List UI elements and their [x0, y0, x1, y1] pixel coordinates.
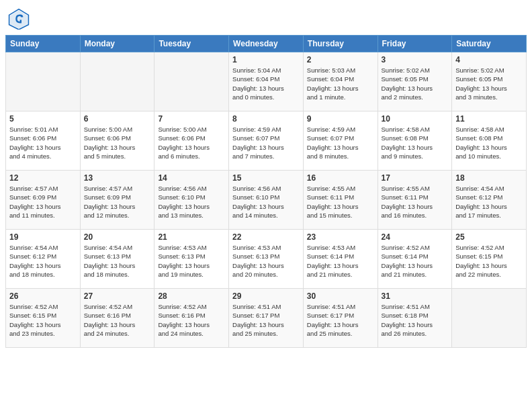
day-number: 29 [232, 291, 300, 301]
calendar-cell: 9Sunrise: 4:59 AM Sunset: 6:07 PM Daylig… [303, 111, 378, 171]
day-info: Sunrise: 5:04 AM Sunset: 6:04 PM Dayligh… [232, 66, 300, 101]
week-row-3: 12Sunrise: 4:57 AM Sunset: 6:09 PM Dayli… [6, 171, 527, 230]
day-info: Sunrise: 4:57 AM Sunset: 6:09 PM Dayligh… [9, 184, 77, 220]
day-number: 26 [9, 291, 77, 301]
day-number: 18 [455, 173, 523, 183]
day-info: Sunrise: 4:52 AM Sunset: 6:14 PM Dayligh… [382, 243, 449, 279]
calendar-cell: 19Sunrise: 4:54 AM Sunset: 6:12 PM Dayli… [6, 230, 81, 289]
calendar-cell: 16Sunrise: 4:55 AM Sunset: 6:11 PM Dayli… [303, 171, 378, 230]
day-info: Sunrise: 4:53 AM Sunset: 6:13 PM Dayligh… [158, 243, 225, 279]
day-number: 11 [455, 114, 523, 124]
day-header-wednesday: Wednesday [229, 36, 304, 52]
day-info: Sunrise: 5:03 AM Sunset: 6:04 PM Dayligh… [307, 66, 374, 101]
day-number: 30 [307, 291, 374, 301]
calendar-cell: 21Sunrise: 4:53 AM Sunset: 6:13 PM Dayli… [154, 230, 229, 289]
day-info: Sunrise: 4:53 AM Sunset: 6:14 PM Dayligh… [307, 243, 374, 279]
calendar-cell: 25Sunrise: 4:52 AM Sunset: 6:15 PM Dayli… [452, 230, 527, 289]
day-info: Sunrise: 4:52 AM Sunset: 6:15 PM Dayligh… [455, 243, 523, 279]
day-number: 1 [232, 55, 300, 64]
day-info: Sunrise: 4:54 AM Sunset: 6:12 PM Dayligh… [455, 184, 523, 220]
day-info: Sunrise: 4:54 AM Sunset: 6:13 PM Dayligh… [84, 243, 151, 279]
day-header-friday: Friday [378, 36, 452, 52]
day-number: 28 [158, 291, 225, 301]
calendar-cell: 31Sunrise: 4:51 AM Sunset: 6:18 PM Dayli… [378, 289, 452, 348]
calendar-cell: 8Sunrise: 4:59 AM Sunset: 6:07 PM Daylig… [229, 111, 304, 171]
calendar-cell: 13Sunrise: 4:57 AM Sunset: 6:09 PM Dayli… [80, 171, 154, 230]
day-info: Sunrise: 4:59 AM Sunset: 6:07 PM Dayligh… [232, 125, 300, 161]
day-info: Sunrise: 5:00 AM Sunset: 6:06 PM Dayligh… [158, 125, 225, 161]
day-info: Sunrise: 5:00 AM Sunset: 6:06 PM Dayligh… [84, 125, 151, 161]
day-header-tuesday: Tuesday [154, 36, 229, 52]
day-info: Sunrise: 4:55 AM Sunset: 6:11 PM Dayligh… [307, 184, 374, 220]
logo-icon [8, 8, 30, 30]
day-number: 17 [382, 173, 449, 183]
calendar-cell: 12Sunrise: 4:57 AM Sunset: 6:09 PM Dayli… [6, 171, 81, 230]
day-number: 9 [307, 114, 374, 124]
week-row-2: 5Sunrise: 5:01 AM Sunset: 6:06 PM Daylig… [6, 111, 527, 171]
calendar-cell: 23Sunrise: 4:53 AM Sunset: 6:14 PM Dayli… [303, 230, 378, 289]
day-number: 12 [9, 173, 77, 183]
day-info: Sunrise: 4:56 AM Sunset: 6:10 PM Dayligh… [232, 184, 300, 220]
calendar-cell: 24Sunrise: 4:52 AM Sunset: 6:14 PM Dayli… [378, 230, 452, 289]
day-number: 31 [382, 291, 449, 301]
calendar-cell: 5Sunrise: 5:01 AM Sunset: 6:06 PM Daylig… [6, 111, 81, 171]
day-number: 5 [9, 114, 77, 124]
day-info: Sunrise: 5:02 AM Sunset: 6:05 PM Dayligh… [382, 66, 449, 101]
day-number: 3 [382, 55, 449, 64]
day-info: Sunrise: 4:54 AM Sunset: 6:12 PM Dayligh… [9, 243, 77, 279]
calendar-cell: 4Sunrise: 5:02 AM Sunset: 6:05 PM Daylig… [452, 52, 527, 111]
day-info: Sunrise: 4:51 AM Sunset: 6:17 PM Dayligh… [232, 302, 300, 338]
day-number: 4 [455, 55, 523, 64]
calendar-cell: 30Sunrise: 4:51 AM Sunset: 6:17 PM Dayli… [303, 289, 378, 348]
day-info: Sunrise: 4:55 AM Sunset: 6:11 PM Dayligh… [382, 184, 449, 220]
calendar-container: SundayMondayTuesdayWednesdayThursdayFrid… [0, 35, 532, 348]
calendar-table: SundayMondayTuesdayWednesdayThursdayFrid… [5, 35, 527, 348]
calendar-cell: 10Sunrise: 4:58 AM Sunset: 6:08 PM Dayli… [378, 111, 452, 171]
day-info: Sunrise: 4:51 AM Sunset: 6:17 PM Dayligh… [307, 302, 374, 338]
week-row-5: 26Sunrise: 4:52 AM Sunset: 6:15 PM Dayli… [6, 289, 527, 348]
calendar-cell: 17Sunrise: 4:55 AM Sunset: 6:11 PM Dayli… [378, 171, 452, 230]
day-info: Sunrise: 4:53 AM Sunset: 6:13 PM Dayligh… [232, 243, 300, 279]
calendar-cell: 15Sunrise: 4:56 AM Sunset: 6:10 PM Dayli… [229, 171, 304, 230]
day-info: Sunrise: 4:52 AM Sunset: 6:16 PM Dayligh… [158, 302, 225, 338]
day-info: Sunrise: 4:58 AM Sunset: 6:08 PM Dayligh… [455, 125, 523, 161]
calendar-cell [154, 52, 229, 111]
calendar-cell [452, 289, 527, 348]
day-info: Sunrise: 4:52 AM Sunset: 6:15 PM Dayligh… [9, 302, 77, 338]
header-row: SundayMondayTuesdayWednesdayThursdayFrid… [6, 36, 527, 52]
day-number: 2 [307, 55, 374, 64]
day-info: Sunrise: 4:57 AM Sunset: 6:09 PM Dayligh… [84, 184, 151, 220]
day-info: Sunrise: 5:01 AM Sunset: 6:06 PM Dayligh… [9, 125, 77, 161]
day-number: 19 [9, 232, 77, 242]
day-number: 23 [307, 232, 374, 242]
day-number: 10 [382, 114, 449, 124]
calendar-cell: 20Sunrise: 4:54 AM Sunset: 6:13 PM Dayli… [80, 230, 154, 289]
day-info: Sunrise: 5:02 AM Sunset: 6:05 PM Dayligh… [455, 66, 523, 101]
day-header-saturday: Saturday [452, 36, 527, 52]
calendar-cell: 7Sunrise: 5:00 AM Sunset: 6:06 PM Daylig… [154, 111, 229, 171]
calendar-cell: 26Sunrise: 4:52 AM Sunset: 6:15 PM Dayli… [6, 289, 81, 348]
day-number: 15 [232, 173, 300, 183]
day-info: Sunrise: 4:58 AM Sunset: 6:08 PM Dayligh… [382, 125, 449, 161]
day-header-thursday: Thursday [303, 36, 378, 52]
calendar-cell: 1Sunrise: 5:04 AM Sunset: 6:04 PM Daylig… [229, 52, 304, 111]
calendar-cell: 11Sunrise: 4:58 AM Sunset: 6:08 PM Dayli… [452, 111, 527, 171]
calendar-cell: 28Sunrise: 4:52 AM Sunset: 6:16 PM Dayli… [154, 289, 229, 348]
day-number: 13 [84, 173, 151, 183]
day-number: 6 [84, 114, 151, 124]
calendar-cell: 27Sunrise: 4:52 AM Sunset: 6:16 PM Dayli… [80, 289, 154, 348]
day-number: 25 [455, 232, 523, 242]
day-number: 8 [232, 114, 300, 124]
page-header [0, 0, 532, 35]
day-info: Sunrise: 4:56 AM Sunset: 6:10 PM Dayligh… [158, 184, 225, 220]
calendar-cell: 29Sunrise: 4:51 AM Sunset: 6:17 PM Dayli… [229, 289, 304, 348]
logo [8, 8, 32, 30]
day-header-monday: Monday [80, 36, 154, 52]
calendar-cell: 22Sunrise: 4:53 AM Sunset: 6:13 PM Dayli… [229, 230, 304, 289]
day-number: 14 [158, 173, 225, 183]
day-number: 21 [158, 232, 225, 242]
day-info: Sunrise: 4:51 AM Sunset: 6:18 PM Dayligh… [382, 302, 449, 338]
week-row-4: 19Sunrise: 4:54 AM Sunset: 6:12 PM Dayli… [6, 230, 527, 289]
day-number: 16 [307, 173, 374, 183]
calendar-cell: 2Sunrise: 5:03 AM Sunset: 6:04 PM Daylig… [303, 52, 378, 111]
